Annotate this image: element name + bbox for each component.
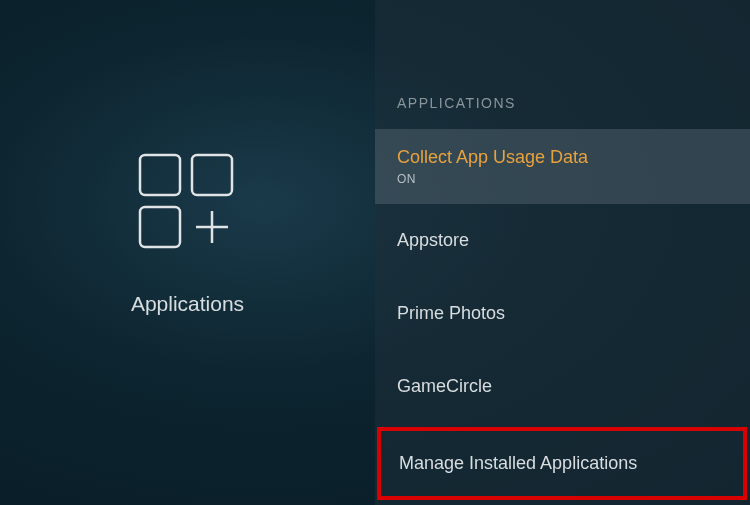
section-title: Applications bbox=[131, 292, 244, 316]
menu-item-label: Appstore bbox=[397, 230, 728, 251]
menu-item-prime-photos[interactable]: Prime Photos bbox=[375, 277, 750, 350]
svg-rect-2 bbox=[140, 207, 180, 247]
svg-rect-1 bbox=[192, 155, 232, 195]
left-panel: Applications bbox=[0, 0, 375, 505]
menu-item-sublabel: ON bbox=[397, 172, 728, 186]
menu-item-label: Prime Photos bbox=[397, 303, 728, 324]
applications-header: APPLICATIONS bbox=[375, 95, 750, 129]
menu-item-appstore[interactable]: Appstore bbox=[375, 204, 750, 277]
menu-item-label: GameCircle bbox=[397, 376, 728, 397]
menu-item-manage-installed-applications[interactable]: Manage Installed Applications bbox=[377, 427, 747, 500]
applications-icon bbox=[134, 149, 242, 257]
svg-rect-0 bbox=[140, 155, 180, 195]
menu-item-collect-app-usage-data[interactable]: Collect App Usage Data ON bbox=[375, 129, 750, 204]
menu-item-label: Manage Installed Applications bbox=[399, 453, 725, 474]
right-panel: APPLICATIONS Collect App Usage Data ON A… bbox=[375, 0, 750, 505]
menu-item-label: Collect App Usage Data bbox=[397, 147, 728, 168]
menu-item-gamecircle[interactable]: GameCircle bbox=[375, 350, 750, 423]
